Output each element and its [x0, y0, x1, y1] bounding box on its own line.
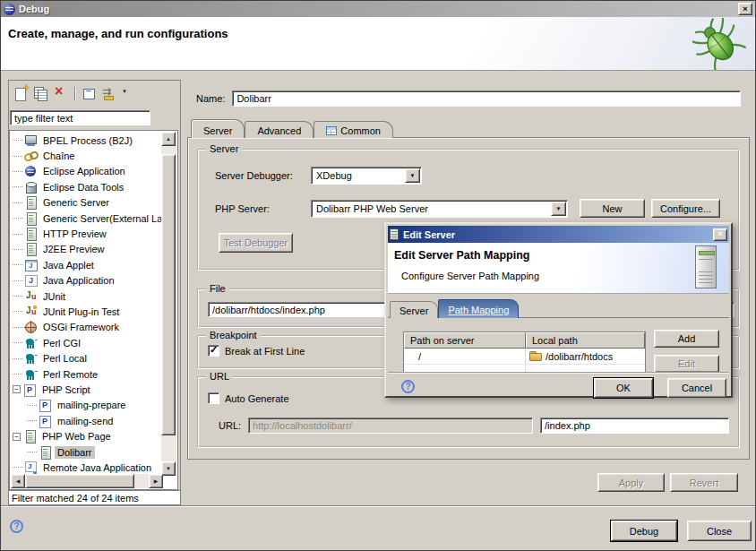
- server-debugger-select[interactable]: XDebug ▼: [311, 167, 422, 185]
- tree-item-remote-java-application[interactable]: Remote Java Application: [11, 460, 162, 475]
- dialog-tab-server[interactable]: Server: [390, 301, 438, 318]
- tab-common[interactable]: Common: [314, 121, 393, 138]
- tab-common-label: Common: [340, 125, 381, 136]
- vertical-scrollbar-thumb[interactable]: [161, 154, 176, 435]
- configure-server-button[interactable]: Configure...: [651, 199, 720, 218]
- debug-configurations-window: Debug × Create, manage, and run configur…: [0, 0, 756, 551]
- server-debugger-value: XDebug: [312, 170, 404, 181]
- tree-item-eclipse-data-tools[interactable]: Eclipse Data Tools: [11, 179, 162, 194]
- local-path-text: /dolibarr/htdocs: [546, 351, 613, 362]
- close-button[interactable]: Close: [687, 521, 752, 541]
- tree-item-junit[interactable]: JUnit: [11, 288, 162, 304]
- tree-guide-line: [13, 264, 22, 265]
- perl-icon: [24, 337, 38, 349]
- eclipse-logo-icon: [4, 4, 15, 15]
- scroll-right-icon[interactable]: ▶: [149, 474, 163, 488]
- chain-icon: [24, 150, 38, 162]
- tree-item-j2ee-preview[interactable]: J2EE Preview: [11, 242, 162, 257]
- dialog-heading: Edit Server Path Mapping: [394, 249, 529, 262]
- tree-item-junit-plug-in-test[interactable]: JUnit Plug-in Test: [11, 304, 162, 319]
- debug-button[interactable]: Debug: [611, 521, 677, 541]
- dialog-titlebar[interactable]: Edit Server ×: [388, 226, 729, 243]
- server-tower-icon: [695, 245, 717, 288]
- filter-input[interactable]: [10, 110, 150, 125]
- column-header[interactable]: Local path: [526, 332, 645, 349]
- new-config-icon[interactable]: [13, 86, 29, 101]
- collapse-all-icon[interactable]: [82, 86, 97, 101]
- collapse-toggle-icon[interactable]: −: [13, 433, 21, 441]
- duplicate-config-icon[interactable]: [33, 86, 48, 101]
- tree-guide-line: [13, 358, 22, 359]
- applet-icon: [24, 259, 38, 271]
- database-icon: [24, 181, 38, 194]
- chevron-down-icon[interactable]: ▼: [551, 202, 566, 216]
- edit-label: Edit: [678, 358, 695, 369]
- tree-item-http-preview[interactable]: HTTP Preview: [11, 226, 162, 241]
- tree-item-java-applet[interactable]: Java Applet: [11, 257, 162, 272]
- collapse-toggle-icon[interactable]: −: [13, 385, 21, 393]
- horizontal-scrollbar-thumb[interactable]: [25, 474, 134, 488]
- cancel-button[interactable]: Cancel: [667, 378, 726, 398]
- filter-options-icon[interactable]: [101, 86, 116, 101]
- test-debugger-label: Test Debugger: [224, 237, 288, 248]
- mapping-table-header: Path on serverLocal path: [404, 332, 645, 349]
- dialog-tab-path-mapping[interactable]: Path Mapping: [438, 299, 519, 318]
- scroll-left-icon[interactable]: ◀: [11, 474, 25, 488]
- server-icon: [24, 228, 38, 240]
- mapping-row[interactable]: //dolibarr/htdocs: [404, 349, 645, 364]
- auto-generate-checkbox[interactable]: [208, 392, 219, 404]
- tab-advanced[interactable]: Advanced: [245, 121, 314, 138]
- tree-item-php-web-page[interactable]: −PHP Web Page: [11, 428, 162, 443]
- scroll-down-icon[interactable]: ▼: [161, 461, 176, 476]
- tree-item-generic-server-external-la[interactable]: Generic Server(External La: [11, 211, 162, 226]
- path-mapping-table: Path on serverLocal path //dolibarr/htdo…: [403, 331, 646, 373]
- add-mapping-button[interactable]: Add: [654, 330, 719, 348]
- dialog-close-button[interactable]: ×: [713, 228, 727, 241]
- path-on-server-cell: /: [404, 349, 526, 364]
- server-icon: [24, 212, 38, 225]
- ok-button[interactable]: OK: [594, 378, 653, 398]
- php-server-select[interactable]: Dolibarr PHP Web Server ▼: [311, 200, 568, 218]
- tree-item-perl-cgi[interactable]: Perl CGI: [11, 335, 162, 350]
- scroll-up-icon[interactable]: ▲: [161, 132, 176, 146]
- help-icon[interactable]: ?: [10, 520, 23, 533]
- tree-item-eclipse-application[interactable]: Eclipse Application: [11, 164, 162, 179]
- window-close-button[interactable]: ×: [738, 3, 752, 15]
- dialog-tabs: Server Path Mapping: [390, 300, 519, 318]
- break-first-line-checkbox[interactable]: [208, 345, 219, 357]
- tree-item-perl-local[interactable]: Perl Local: [11, 350, 162, 366]
- url-label: URL:: [219, 420, 241, 431]
- tab-server[interactable]: Server: [191, 119, 245, 138]
- tree-item-osgi-framework[interactable]: OSGi Framework: [11, 320, 162, 335]
- dialog-button-bar: ? OK Cancel: [388, 372, 729, 394]
- banner: Create, manage, and run configurations: [1, 17, 755, 71]
- file-group-title: File: [206, 283, 229, 294]
- chevron-down-icon[interactable]: ▼: [405, 168, 420, 183]
- tree-item-php-script[interactable]: −PHP Script: [11, 382, 162, 397]
- debug-bug-icon: [692, 18, 746, 70]
- folder-icon: [529, 351, 542, 361]
- php-server-value: Dolibarr PHP Web Server: [312, 203, 550, 214]
- tree-item-perl-remote[interactable]: Perl Remote: [11, 366, 162, 382]
- tree-item-label: Generic Server: [40, 196, 112, 209]
- delete-config-icon[interactable]: [53, 86, 68, 101]
- tree-item-bpel-process-b2j[interactable]: BPEL Process (B2J): [11, 133, 162, 148]
- url-path-input[interactable]: [540, 418, 729, 434]
- new-server-button[interactable]: New: [580, 199, 645, 218]
- tree-item-mailing-send[interactable]: mailing-send: [11, 413, 162, 428]
- tree-horizontal-scrollbar[interactable]: ◀ ▶: [11, 474, 163, 488]
- window-titlebar[interactable]: Debug ×: [1, 1, 755, 17]
- toolbar-menu-dropdown-icon[interactable]: [121, 86, 130, 101]
- tree-item-java-application[interactable]: Java Application: [11, 273, 162, 288]
- name-input[interactable]: [232, 90, 741, 107]
- dialog-help-icon[interactable]: ?: [401, 380, 415, 393]
- close-icon: ×: [717, 229, 722, 239]
- tree-item-cha-ne[interactable]: Chaîne: [11, 148, 162, 163]
- tree-guide-line: [13, 467, 22, 468]
- tree-item-dolibarr[interactable]: Dolibarr: [11, 444, 162, 460]
- tree-vertical-scrollbar[interactable]: ▲ ▼: [161, 132, 176, 476]
- tree-guide-line: [13, 171, 22, 172]
- column-header[interactable]: Path on server: [404, 332, 526, 349]
- tree-item-mailing-prepare[interactable]: mailing-prepare: [11, 398, 162, 413]
- tree-item-generic-server[interactable]: Generic Server: [11, 195, 162, 211]
